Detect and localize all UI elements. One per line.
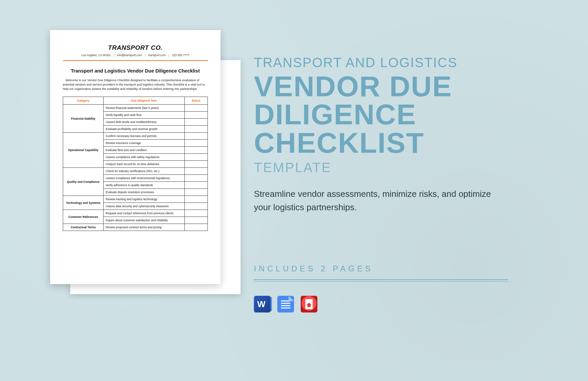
- item-cell: Verify liquidity and cash flow: [104, 112, 184, 119]
- status-cell: [184, 147, 207, 154]
- promo-subhead: TEMPLATE: [254, 160, 541, 175]
- category-cell: Financial Stability: [63, 105, 104, 133]
- promo-panel: TRANSPORT AND LOGISTICS VENDOR DUE DILIG…: [254, 55, 541, 312]
- status-cell: [184, 224, 207, 231]
- item-cell: Assess compliance with environmental reg…: [104, 175, 184, 182]
- item-cell: Inquire about customer satisfaction and …: [104, 217, 184, 224]
- horizontal-rule: [63, 60, 208, 61]
- status-cell: [184, 182, 207, 189]
- item-cell: Confirm necessary licenses and permits: [104, 133, 184, 140]
- item-cell: Check for industry certifications (ISO, …: [104, 168, 184, 175]
- status-cell: [184, 126, 207, 133]
- document-page-1: TRANSPORT CO. Los Angeles, CA 90301 | in…: [50, 30, 220, 284]
- category-cell: Contractual Terms: [63, 224, 104, 231]
- item-cell: Evaluate profitability and revenue growt…: [104, 126, 184, 133]
- table-row: Operational CapabilityConfirm necessary …: [63, 133, 208, 140]
- promo-headline: VENDOR DUE DILIGENCE CHECKLIST: [254, 72, 541, 157]
- promo-blurb: Streamline vendor assessments, minimize …: [254, 187, 508, 214]
- pdf-icon[interactable]: [301, 296, 317, 312]
- checklist-table: Category Due Diligence Item Status Finan…: [63, 97, 208, 231]
- item-cell: Review tracking and logistics technology: [104, 196, 184, 203]
- status-cell: [184, 112, 207, 119]
- item-cell: Assess debt levels and creditworthiness: [104, 119, 184, 126]
- status-cell: [184, 154, 207, 161]
- promo-eyebrow: TRANSPORT AND LOGISTICS: [254, 55, 541, 70]
- category-cell: Operational Capability: [63, 133, 104, 168]
- item-cell: Analyze track record for on-time deliver…: [104, 161, 184, 168]
- item-cell: Evaluate fleet size and condition: [104, 147, 184, 154]
- col-item: Due Diligence Item: [104, 97, 184, 105]
- category-cell: Quality and Compliance: [63, 168, 104, 196]
- includes-label: INCLUDES 2 PAGES: [254, 264, 541, 273]
- table-row: Financial StabilityReview financial stat…: [63, 105, 208, 112]
- separator: |: [145, 53, 145, 57]
- table-row: Technology and SystemsReview tracking an…: [63, 196, 208, 203]
- item-cell: Verify adherence to quality standards: [104, 182, 184, 189]
- status-cell: [184, 175, 207, 182]
- category-cell: Customer References: [63, 210, 104, 224]
- format-icons-row: [254, 296, 541, 312]
- google-docs-icon[interactable]: [277, 296, 294, 312]
- item-cell: Request and contact references from prev…: [104, 210, 184, 217]
- category-cell: Technology and Systems: [63, 196, 104, 210]
- separator: |: [114, 53, 114, 57]
- document-intro: Welcome to our Vendor Due Diligence Chec…: [63, 78, 208, 91]
- word-icon[interactable]: [254, 296, 271, 312]
- col-status: Status: [184, 97, 207, 105]
- contact-address: Los Angeles, CA 90301: [81, 53, 111, 57]
- item-cell: Review insurance coverage: [104, 140, 184, 147]
- table-row: Contractual TermsReview proposed contrac…: [63, 224, 208, 231]
- contact-email: info@transport.com: [117, 53, 142, 57]
- table-header-row: Category Due Diligence Item Status: [63, 97, 208, 105]
- item-cell: Review proposed contract terms and prici…: [104, 224, 184, 231]
- item-cell: Review financial statements (last 3 year…: [104, 105, 184, 112]
- item-cell: Evaluate dispute resolution processes: [104, 189, 184, 196]
- status-cell: [184, 161, 207, 168]
- col-category: Category: [63, 97, 104, 105]
- status-cell: [184, 168, 207, 175]
- company-contact-line: Los Angeles, CA 90301 | info@transport.c…: [63, 53, 208, 57]
- table-row: Customer ReferencesRequest and contact r…: [63, 210, 208, 217]
- item-cell: Assess data security and cybersecurity m…: [104, 203, 184, 210]
- status-cell: [184, 210, 207, 217]
- company-name: TRANSPORT CO.: [63, 44, 208, 51]
- status-cell: [184, 217, 207, 224]
- table-row: Quality and ComplianceCheck for industry…: [63, 168, 208, 175]
- status-cell: [184, 133, 207, 140]
- status-cell: [184, 105, 207, 112]
- item-cell: Assess compliance with safety regulation…: [104, 154, 184, 161]
- status-cell: [184, 119, 207, 126]
- status-cell: [184, 140, 207, 147]
- contact-site: transport.com: [148, 53, 166, 57]
- document-title: Transport and Logistics Vendor Due Dilig…: [63, 68, 208, 74]
- status-cell: [184, 203, 207, 210]
- separator: |: [168, 53, 169, 57]
- divider-line: [254, 279, 508, 282]
- contact-phone: 222 555 7777: [172, 53, 189, 57]
- status-cell: [184, 189, 207, 196]
- status-cell: [184, 196, 207, 203]
